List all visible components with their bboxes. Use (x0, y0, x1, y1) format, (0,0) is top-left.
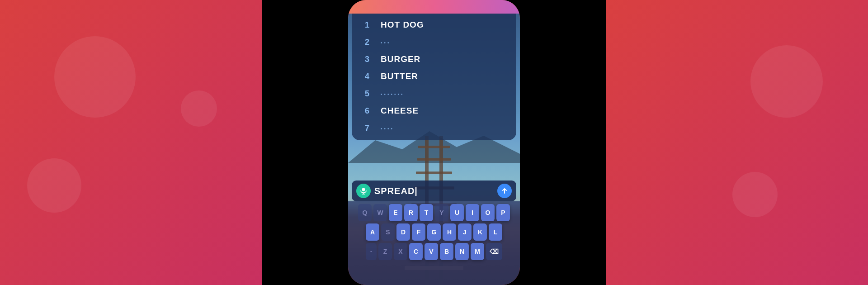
answer-input[interactable]: SPREAD| (374, 186, 497, 196)
answer-num-1: 1 (361, 20, 373, 30)
svg-rect-11 (362, 188, 365, 191)
main-content: 1 HOT DOG 2 ••• 3 BURGER 4 BUTTER (348, 14, 520, 285)
answer-dots-7: •••• (381, 126, 394, 131)
svg-rect-5 (416, 171, 452, 174)
key-l[interactable]: L (489, 223, 502, 241)
phone-frame: 1 HOT DOG 2 ••• 3 BURGER 4 BUTTER (348, 0, 520, 285)
answer-row-2: 2 ••• (352, 33, 516, 51)
key-x[interactable]: X (394, 243, 407, 260)
deco-circle-4 (750, 45, 823, 118)
answer-text-4: BUTTER (381, 71, 418, 81)
answer-num-6: 6 (361, 106, 373, 116)
keyboard-row-3: - Z X C V B N M ⌫ (350, 243, 518, 260)
input-value: SPREAD (374, 186, 415, 196)
key-p[interactable]: P (496, 204, 510, 221)
key-h[interactable]: H (443, 223, 456, 241)
deco-circle-1 (54, 36, 136, 118)
key-k[interactable]: K (473, 223, 487, 241)
answer-row-1: 1 HOT DOG (352, 16, 516, 33)
answer-row-3: 3 BURGER (352, 51, 516, 68)
input-row[interactable]: SPREAD| (352, 180, 516, 201)
keyboard: Q W E R T Y U I O P A S D F G (348, 201, 520, 285)
deco-circle-3 (181, 90, 217, 127)
key-q[interactable]: Q (358, 204, 372, 221)
key-z[interactable]: Z (378, 243, 392, 260)
key-backspace[interactable]: ⌫ (486, 243, 502, 260)
key-y[interactable]: Y (435, 204, 448, 221)
key-v[interactable]: V (425, 243, 438, 260)
key-b[interactable]: B (440, 243, 453, 260)
answer-text-1: HOT DOG (381, 20, 424, 30)
deco-circle-5 (732, 172, 778, 217)
left-background (0, 0, 262, 285)
answer-row-4: 4 BUTTER (352, 68, 516, 85)
answer-row-6: 6 CHEESE (352, 102, 516, 119)
key-n[interactable]: N (455, 243, 469, 260)
key-i[interactable]: I (466, 204, 479, 221)
key-a[interactable]: A (366, 223, 379, 241)
key-e[interactable]: E (389, 204, 402, 221)
key-f[interactable]: F (412, 223, 425, 241)
right-background (606, 0, 868, 285)
key-d[interactable]: D (396, 223, 410, 241)
answer-num-2: 2 (361, 38, 373, 47)
key-j[interactable]: J (458, 223, 472, 241)
answer-dots-5: ••••••• (381, 92, 405, 97)
answer-text-6: CHEESE (381, 106, 419, 116)
key-c[interactable]: C (409, 243, 423, 260)
answer-text-3: BURGER (381, 54, 420, 64)
key-r[interactable]: R (404, 204, 418, 221)
answer-row-7: 7 •••• (352, 119, 516, 137)
answer-dots-2: ••• (381, 40, 391, 45)
answer-list: 1 HOT DOG 2 ••• 3 BURGER 4 BUTTER (352, 14, 516, 140)
key-o[interactable]: O (481, 204, 495, 221)
key-u[interactable]: U (450, 204, 464, 221)
key-w[interactable]: W (373, 204, 387, 221)
answer-num-7: 7 (361, 124, 373, 133)
svg-rect-3 (418, 146, 450, 148)
keyboard-row-2: A S D F G H J K L (350, 223, 518, 241)
answer-num-3: 3 (361, 55, 373, 64)
microphone-icon[interactable] (356, 184, 371, 198)
answer-num-4: 4 (361, 72, 373, 81)
key-s[interactable]: S (381, 223, 395, 241)
key-t[interactable]: T (420, 204, 433, 221)
key-g[interactable]: G (427, 223, 441, 241)
key-dash[interactable]: - (366, 243, 377, 260)
cursor: | (415, 186, 418, 196)
deco-circle-2 (27, 158, 81, 213)
top-bar (348, 0, 520, 14)
svg-rect-4 (417, 158, 451, 161)
answer-num-5: 5 (361, 89, 373, 99)
key-m[interactable]: M (471, 243, 484, 260)
keyboard-row-1: Q W E R T Y U I O P (350, 204, 518, 221)
submit-button[interactable] (497, 184, 512, 198)
answer-row-5: 5 ••••••• (352, 85, 516, 102)
